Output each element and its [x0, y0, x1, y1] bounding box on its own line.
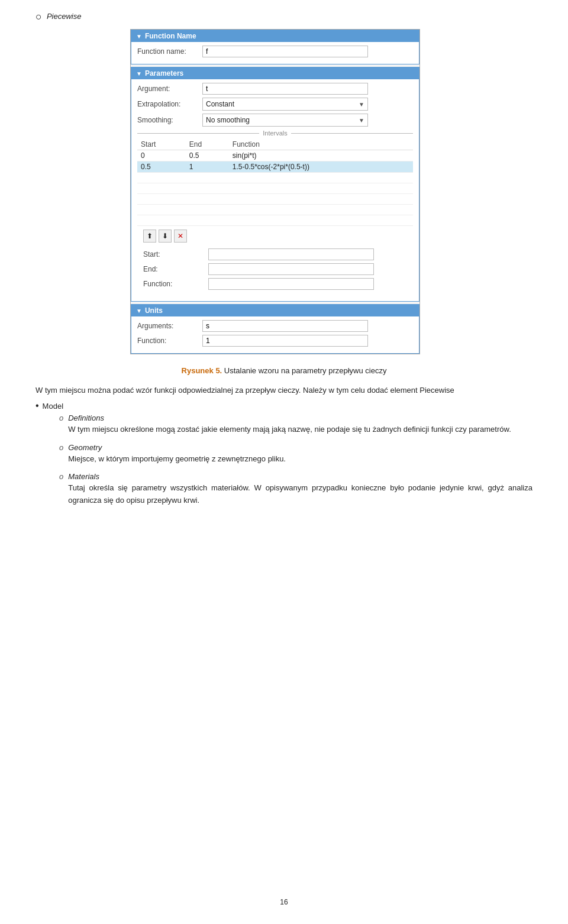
definitions-text: W tym miejscu określone mogą zostać jaki… — [68, 424, 511, 436]
table-row[interactable]: 0.5 1 1.5-0.5*cos(-2*pi*(0.5-t)) — [137, 161, 413, 173]
figure-caption: Rysunek 5. Ustalanie wzoru na parametry … — [36, 366, 532, 375]
collapse-triangle-icon: ▼ — [136, 33, 142, 40]
extrapolation-row: Extrapolation: Constant ▼ — [137, 98, 413, 111]
materials-label: Materials — [68, 472, 99, 481]
row2-func: 1.5-0.5*cos(-2*pi*(0.5-t)) — [229, 161, 413, 173]
bullet-dot: ○ — [36, 11, 42, 23]
start-field-row: Start: — [143, 248, 407, 260]
function-dialog: ▼ Function Name Function name: ▼ Paramet… — [130, 29, 420, 354]
extrapolation-arrow-icon: ▼ — [359, 101, 364, 108]
table-row[interactable]: 0 0.5 sin(pi*t) — [137, 150, 413, 161]
function-unit-row: Function: — [137, 335, 413, 347]
col-start: Start — [137, 139, 186, 150]
body-paragraph-1: W tym miejscu można podać wzór funkcji o… — [36, 385, 532, 397]
function-unit-input[interactable] — [202, 335, 368, 347]
units-header: ▼ Units — [131, 305, 419, 316]
parameters-header: ▼ Parameters — [131, 67, 419, 79]
function-field-row: Function: — [143, 278, 407, 290]
argument-input[interactable] — [202, 83, 368, 95]
definitions-item: o Definitions W tym miejscu określone mo… — [59, 413, 532, 441]
materials-text: Tutaj określa się parametry wszystkich m… — [68, 482, 532, 507]
end-field-row: End: — [143, 263, 407, 275]
function-name-body: Function name: — [131, 42, 419, 64]
move-down-button[interactable]: ⬇ — [159, 230, 172, 243]
table-row-empty — [137, 215, 413, 226]
interval-edit-fields: Start: End: Function: — [137, 246, 413, 298]
function-name-input[interactable] — [202, 46, 368, 57]
piecewise-label: Piecewise — [47, 12, 82, 21]
smoothing-row: Smoothing: No smoothing ▼ — [137, 114, 413, 127]
o-char: o — [59, 413, 63, 422]
smoothing-arrow-icon: ▼ — [359, 117, 364, 124]
smoothing-label: Smoothing: — [137, 116, 202, 124]
units-body: Arguments: Function: — [131, 316, 419, 353]
start-field-input[interactable] — [208, 248, 374, 260]
caption-text: Ustalanie wzoru na parametry przepływu c… — [224, 366, 387, 375]
extrapolation-label: Extrapolation: — [137, 100, 202, 108]
definitions-content: Definitions W tym miejscu określone mogą… — [68, 413, 511, 441]
row2-start: 0.5 — [137, 161, 186, 173]
row1-func: sin(pi*t) — [229, 150, 413, 161]
function-name-row: Function name: — [137, 46, 413, 57]
arguments-unit-label: Arguments: — [137, 322, 202, 330]
intervals-divider: Intervals — [137, 130, 413, 137]
intervals-table: Start End Function 0 0.5 sin(pi*t) 0.5 — [137, 139, 413, 226]
arguments-unit-row: Arguments: — [137, 320, 413, 332]
model-label: Model — [43, 402, 63, 411]
table-row-empty — [137, 194, 413, 205]
table-header-row: Start End Function — [137, 139, 413, 150]
function-unit-label: Function: — [137, 337, 202, 345]
function-name-section: ▼ Function Name Function name: — [131, 30, 419, 64]
parameters-body: Argument: Extrapolation: Constant ▼ Smoo… — [131, 79, 419, 301]
row2-end: 1 — [186, 161, 229, 173]
argument-label: Argument: — [137, 85, 202, 93]
row1-end: 0.5 — [186, 150, 229, 161]
delete-button[interactable]: ✕ — [174, 230, 187, 243]
col-function: Function — [229, 139, 413, 150]
units-section: ▼ Units Arguments: Function: — [131, 304, 419, 354]
function-field-label: Function: — [143, 280, 208, 288]
table-row-empty — [137, 173, 413, 183]
col-end: End — [186, 139, 229, 150]
bullet-dot2: • — [36, 400, 39, 411]
arguments-unit-input[interactable] — [202, 320, 368, 332]
function-field-input[interactable] — [208, 278, 374, 290]
smoothing-select[interactable]: No smoothing ▼ — [202, 114, 368, 127]
intervals-label: Intervals — [259, 130, 291, 137]
o-char2: o — [59, 443, 63, 452]
argument-row: Argument: — [137, 83, 413, 95]
row1-start: 0 — [137, 150, 186, 161]
parameters-section: ▼ Parameters Argument: Extrapolation: Co… — [131, 67, 419, 302]
end-field-label: End: — [143, 265, 208, 273]
table-row-empty — [137, 205, 413, 215]
model-bullet: • Model — [36, 402, 532, 411]
intervals-toolbar: ⬆ ⬇ ✕ — [137, 226, 413, 246]
caption-label: Rysunek 5. — [182, 366, 222, 375]
definitions-label: Definitions — [68, 413, 104, 422]
geometry-text: Miejsce, w którym importujemy geometrię … — [68, 453, 286, 466]
geometry-item: o Geometry Miejsce, w którym importujemy… — [59, 443, 532, 470]
geometry-label: Geometry — [68, 443, 102, 452]
geometry-content: Geometry Miejsce, w którym importujemy g… — [68, 443, 286, 470]
o-char3: o — [59, 472, 63, 481]
table-row-empty — [137, 183, 413, 194]
extrapolation-select[interactable]: Constant ▼ — [202, 98, 368, 111]
end-field-input[interactable] — [208, 263, 374, 275]
collapse-triangle-icon3: ▼ — [136, 308, 142, 314]
function-name-label: Function name: — [137, 47, 202, 56]
start-field-label: Start: — [143, 250, 208, 259]
move-up-button[interactable]: ⬆ — [143, 230, 156, 243]
piecewise-bullet: ○ Piecewise — [36, 12, 532, 23]
function-name-header: ▼ Function Name — [131, 30, 419, 42]
materials-item: o Materials Tutaj określa się parametry … — [59, 472, 532, 512]
materials-content: Materials Tutaj określa się parametry ws… — [68, 472, 532, 512]
collapse-triangle-icon2: ▼ — [136, 70, 142, 77]
page-number: 16 — [0, 898, 568, 906]
